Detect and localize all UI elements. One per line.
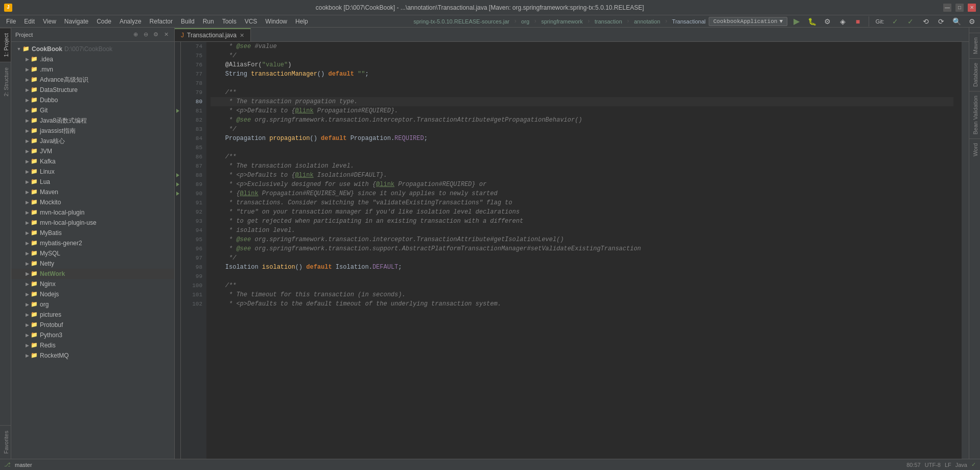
sidebar-expand-btn[interactable]: ⊕ [131, 31, 139, 39]
window-controls: — □ ✕ [943, 4, 976, 12]
tree-item-kafka[interactable]: ▶ 📁 Kafka [11, 156, 174, 167]
tree-item-mybatisgener[interactable]: ▶ 📁 mybatis-gener2 [11, 238, 174, 248]
menu-refactor[interactable]: Refactor [146, 17, 177, 26]
mvnlocal-label: mvn-local-plugin [40, 209, 84, 216]
settings-button[interactable]: ⚙ [966, 15, 978, 28]
marker-76 [175, 60, 180, 69]
breadcrumb-annotation[interactable]: annotation [634, 18, 660, 25]
tab-transactional[interactable]: J Transactional.java ✕ [175, 28, 251, 41]
debug-button[interactable]: 🐛 [806, 15, 818, 28]
rtab-word[interactable]: Word [969, 138, 980, 160]
vtab-project[interactable]: 1: Project [0, 28, 11, 62]
rtab-beanvalidation[interactable]: Bean Validation [969, 91, 980, 138]
coverage-button[interactable]: ⚙ [821, 15, 833, 28]
tree-item-datastruct[interactable]: ▶ 📁 DataStructure [11, 85, 174, 95]
breadcrumb-transactional[interactable]: Transactional [672, 18, 706, 25]
tree-item-mvnlocal[interactable]: ▶ 📁 mvn-local-plugin [11, 207, 174, 218]
rtab-database[interactable]: Database [969, 58, 980, 91]
tree-item-advance[interactable]: ▶ 📁 Advance高级知识 [11, 75, 174, 85]
menu-run[interactable]: Run [199, 17, 218, 26]
tree-item-javassist[interactable]: ▶ 📁 javassist指南 [11, 126, 174, 136]
menu-navigate[interactable]: Navigate [60, 17, 92, 26]
mybatis-expand-icon: ▶ [24, 229, 31, 237]
menu-edit[interactable]: Edit [20, 17, 39, 26]
breadcrumb-springframework[interactable]: springframework [541, 18, 582, 25]
tree-item-linux[interactable]: ▶ 📁 Linux [11, 167, 174, 177]
maven-label: Maven [40, 189, 58, 196]
marker-95 [175, 235, 180, 244]
menu-analyze[interactable]: Analyze [115, 17, 146, 26]
sidebar-hide-btn[interactable]: ✕ [162, 31, 170, 39]
profile-button[interactable]: ◈ [836, 15, 849, 28]
sidebar-settings-btn[interactable]: ⚙ [152, 31, 160, 39]
git-history-button[interactable]: ⟲ [920, 15, 932, 28]
tree-item-python3[interactable]: ▶ 📁 Python3 [11, 330, 174, 340]
tree-item-protobuf[interactable]: ▶ 📁 Protobuf [11, 320, 174, 330]
code-content[interactable]: * @see #value */ @AliasFor("value") Stri… [206, 42, 962, 459]
git-check2-button[interactable]: ✓ [904, 15, 917, 28]
menu-view[interactable]: View [39, 17, 60, 26]
tree-item-network[interactable]: ▶ 📁 NetWork [11, 269, 174, 279]
code-line-100: /** [211, 281, 953, 290]
menu-code[interactable]: Code [92, 17, 115, 26]
search-button[interactable]: 🔍 [950, 15, 963, 28]
tree-item-git[interactable]: ▶ 📁 Git [11, 105, 174, 115]
tree-item-idea[interactable]: ▶ 📁 .idea [11, 54, 174, 64]
editor-scroll[interactable]: 74 75 76 77 78 79 80 81 82 83 84 85 86 8… [175, 42, 969, 459]
sidebar-collapse-btn[interactable]: ⊖ [142, 31, 150, 39]
breadcrumb-org[interactable]: org [521, 18, 529, 25]
run-config-selector[interactable]: CookbookApplication ▼ [709, 17, 787, 26]
vtab-favorites[interactable]: Favorites [0, 425, 11, 459]
tree-item-rocketmq[interactable]: ▶ 📁 RocketMQ [11, 350, 174, 361]
tree-item-netty[interactable]: ▶ 📁 Netty [11, 258, 174, 269]
vtab-structure[interactable]: 2: Structure [0, 62, 11, 102]
tree-item-jvm[interactable]: ▶ 📁 JVM [11, 146, 174, 156]
rtab-maven[interactable]: Maven [969, 33, 980, 58]
tree-item-javacore[interactable]: ▶ 📁 Java核心 [11, 136, 174, 146]
tree-item-lua[interactable]: ▶ 📁 Lua [11, 177, 174, 187]
linenum-99: 99 [181, 272, 202, 281]
close-button[interactable]: ✕ [968, 4, 976, 12]
run-button[interactable]: ▶ [790, 15, 803, 28]
maximize-button[interactable]: □ [955, 4, 964, 12]
tree-item-mvnlocaluse[interactable]: ▶ 📁 mvn-local-plugin-use [11, 218, 174, 228]
breadcrumb-jar[interactable]: spring-tx-5.0.10.RELEASE-sources.jar [413, 18, 509, 25]
menu-tools[interactable]: Tools [218, 17, 241, 26]
code-line-76: @AliasFor("value") [211, 60, 953, 69]
line-sep-label: LF [945, 462, 951, 468]
menu-help[interactable]: Help [291, 17, 312, 26]
tree-item-mvn[interactable]: ▶ 📁 .mvn [11, 64, 174, 75]
tree-item-dubbo[interactable]: ▶ 📁 Dubbo [11, 95, 174, 105]
tab-close-btn[interactable]: ✕ [240, 32, 244, 39]
breadcrumb-transaction[interactable]: transaction [595, 18, 622, 25]
git-button[interactable]: Git: [874, 15, 886, 28]
git-check-button[interactable]: ✓ [889, 15, 901, 28]
javacore-label: Java核心 [40, 137, 65, 146]
scrollbar-track[interactable] [962, 42, 969, 459]
pictures-folder-icon: 📁 [31, 311, 38, 318]
tree-item-nginx[interactable]: ▶ 📁 Nginx [11, 279, 174, 289]
tree-item-nodejs[interactable]: ▶ 📁 Nodejs [11, 289, 174, 299]
menu-file[interactable]: File [2, 17, 20, 26]
git-update-button[interactable]: ⟳ [935, 15, 947, 28]
menu-window[interactable]: Window [261, 17, 291, 26]
javacore-folder-icon: 📁 [31, 137, 38, 145]
tree-item-java8[interactable]: ▶ 📁 Java8函数式编程 [11, 115, 174, 126]
tree-item-mybatis[interactable]: ▶ 📁 MyBatis [11, 228, 174, 238]
stop-button[interactable]: ■ [852, 15, 864, 28]
tree-item-mysql[interactable]: ▶ 📁 MySQL [11, 248, 174, 258]
tree-item-mockito[interactable]: ▶ 📁 Mockito [11, 197, 174, 207]
menu-vcs[interactable]: VCS [241, 17, 262, 26]
tree-root[interactable]: ▼ 📁 CookBook D:\007\CookBook [11, 44, 174, 54]
tree-item-org[interactable]: ▶ 📁 org [11, 299, 174, 310]
menu-build[interactable]: Build [177, 17, 199, 26]
tree-item-redis[interactable]: ▶ 📁 Redis [11, 340, 174, 350]
linenum-83: 83 [181, 125, 202, 134]
minimize-button[interactable]: — [943, 4, 951, 12]
tree-item-pictures[interactable]: ▶ 📁 pictures [11, 310, 174, 320]
linenum-74: 74 [181, 42, 202, 51]
marker-92 [175, 207, 180, 217]
linenum-94: 94 [181, 226, 202, 235]
linenum-93: 93 [181, 217, 202, 226]
tree-item-maven[interactable]: ▶ 📁 Maven [11, 187, 174, 197]
